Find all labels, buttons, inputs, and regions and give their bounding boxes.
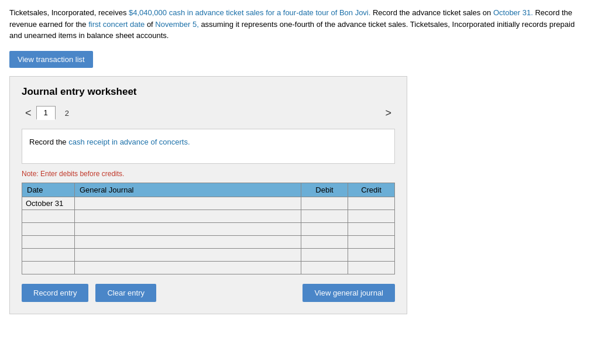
- journal-input-1[interactable]: [75, 197, 301, 210]
- debit-cell-5: [301, 248, 348, 261]
- debit-input-2[interactable]: [301, 210, 348, 222]
- debit-input-3[interactable]: [301, 223, 348, 235]
- credit-input-5[interactable]: [348, 249, 394, 261]
- table-row: October 31: [22, 197, 395, 210]
- instruction-box: Record the cash receipt in advance of co…: [22, 129, 395, 164]
- journal-table: Date General Journal Debit Credit Octobe…: [22, 183, 395, 274]
- credit-cell-4: [348, 235, 395, 248]
- clear-entry-button[interactable]: Clear entry: [95, 284, 156, 302]
- intro-paragraph: Ticketsales, Incorporated, receives $4,0…: [9, 7, 589, 42]
- instruction-highlight: cash receipt in advance of concerts.: [68, 138, 190, 146]
- journal-cell-5: [75, 248, 301, 261]
- table-row: [22, 210, 395, 222]
- page-tab-1[interactable]: 1: [36, 106, 56, 120]
- page-tab-2[interactable]: 2: [58, 107, 76, 119]
- table-row: [22, 235, 395, 248]
- debit-input-5[interactable]: [301, 249, 348, 261]
- view-general-journal-button[interactable]: View general journal: [303, 284, 395, 302]
- debit-input-6[interactable]: [301, 262, 348, 274]
- journal-input-3[interactable]: [75, 223, 301, 235]
- view-transaction-button[interactable]: View transaction list: [9, 51, 93, 68]
- highlight-first-date: first concert date: [88, 20, 145, 29]
- credit-cell-1: [348, 197, 395, 210]
- debit-cell-4: [301, 235, 348, 248]
- credit-input-3[interactable]: [348, 223, 394, 235]
- debit-cell-1: [301, 197, 348, 210]
- journal-cell-2: [75, 210, 301, 222]
- table-row: [22, 261, 395, 274]
- header-date: Date: [22, 183, 75, 197]
- journal-cell-1: [75, 197, 301, 210]
- journal-input-6[interactable]: [75, 262, 301, 274]
- debit-input-4[interactable]: [301, 236, 348, 248]
- worksheet-container: Journal entry worksheet < 1 2 > Record t…: [9, 76, 407, 314]
- debit-input-1[interactable]: [301, 197, 348, 210]
- button-row: Record entry Clear entry View general jo…: [22, 284, 395, 302]
- credit-cell-6: [348, 261, 395, 274]
- record-entry-button[interactable]: Record entry: [22, 284, 88, 302]
- worksheet-title: Journal entry worksheet: [22, 86, 395, 98]
- credit-input-6[interactable]: [348, 262, 394, 274]
- highlight-nov5: November 5,: [155, 20, 198, 29]
- debit-cell-3: [301, 222, 348, 235]
- credit-input-1[interactable]: [348, 197, 394, 210]
- journal-input-4[interactable]: [75, 236, 301, 248]
- debit-cell-6: [301, 261, 348, 274]
- date-cell-4: [22, 235, 75, 248]
- journal-cell-3: [75, 222, 301, 235]
- debit-cell-2: [301, 210, 348, 222]
- table-row: [22, 248, 395, 261]
- credit-input-2[interactable]: [348, 210, 394, 222]
- highlight-oct31: October 31.: [493, 8, 533, 17]
- prev-page-button[interactable]: <: [22, 106, 35, 121]
- header-debit: Debit: [301, 183, 348, 197]
- header-credit: Credit: [348, 183, 395, 197]
- highlight-cash: $4,040,000 cash in advance ticket sales …: [129, 8, 370, 17]
- journal-cell-6: [75, 261, 301, 274]
- date-cell-5: [22, 248, 75, 261]
- date-cell-2: [22, 210, 75, 222]
- credit-cell-5: [348, 248, 395, 261]
- date-cell-1: October 31: [22, 197, 75, 210]
- journal-cell-4: [75, 235, 301, 248]
- credit-cell-2: [348, 210, 395, 222]
- nav-row: < 1 2 >: [22, 106, 395, 121]
- credit-input-4[interactable]: [348, 236, 394, 248]
- date-cell-6: [22, 261, 75, 274]
- credit-cell-3: [348, 222, 395, 235]
- journal-input-2[interactable]: [75, 210, 301, 222]
- next-page-button[interactable]: >: [382, 106, 395, 121]
- date-cell-3: [22, 222, 75, 235]
- header-general-journal: General Journal: [75, 183, 301, 197]
- journal-input-5[interactable]: [75, 249, 301, 261]
- note-text: Note: Enter debits before credits.: [22, 170, 395, 178]
- table-row: [22, 222, 395, 235]
